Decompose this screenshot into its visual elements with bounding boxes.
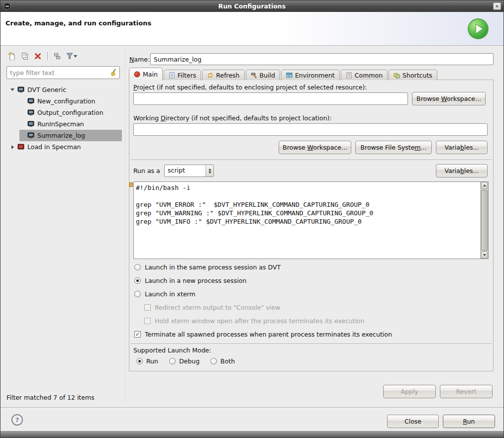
filter-status-text: Filter matched 7 of 12 items: [6, 394, 95, 401]
help-icon: ?: [15, 416, 19, 424]
footer-separator: [0, 407, 504, 408]
tab-bar: Main Filters Refresh Build Environment C…: [129, 68, 438, 80]
script-scrollbar[interactable]: [480, 182, 488, 259]
variables-button-script[interactable]: Variables...: [436, 164, 488, 177]
filter-field-wrapper: [6, 66, 120, 79]
run-as-label: Run as a: [133, 167, 160, 175]
build-tab-icon: [251, 72, 257, 79]
delete-configuration-button[interactable]: [32, 51, 43, 62]
toolbar-separator: [47, 52, 48, 60]
section-separator: [131, 344, 492, 345]
run-as-combo[interactable]: script: [164, 165, 214, 177]
run-configurations-dialog: Run Configurations ✕ Create, manage, and…: [0, 0, 504, 438]
radio-icon: [134, 264, 141, 270]
working-directory-label: Working Directory (if not specified, def…: [133, 114, 332, 122]
radio-launch-same-session[interactable]: Launch in the same process session as DV…: [134, 263, 281, 271]
duplicate-configuration-button[interactable]: [19, 51, 30, 62]
launch-mode-options: Run Debug Both: [136, 357, 235, 365]
expander-closed-icon[interactable]: [8, 143, 16, 151]
section-separator: [131, 160, 492, 161]
help-button[interactable]: ?: [11, 414, 23, 426]
radio-mode-both[interactable]: Both: [210, 357, 235, 365]
name-input[interactable]: [150, 53, 494, 65]
window-title: Run Configurations: [0, 2, 504, 10]
close-button[interactable]: Close: [387, 415, 439, 428]
filters-tab-icon: [169, 72, 175, 79]
specman-config-icon: [17, 144, 24, 150]
environment-tab-icon: [286, 72, 293, 79]
radio-mode-debug[interactable]: Debug: [169, 357, 200, 365]
shortcuts-tab-icon: [394, 72, 400, 79]
combo-spinner-icon[interactable]: [205, 165, 213, 176]
scroll-down-button[interactable]: [481, 252, 488, 259]
scroll-up-button[interactable]: [481, 182, 488, 189]
run-button[interactable]: Run: [443, 415, 495, 428]
script-editor[interactable]: #!/bin/bash -i grep "UVM_ERROR :" $DVT_H…: [133, 181, 489, 259]
browse-file-system-button[interactable]: Browse File System...: [355, 141, 432, 154]
revert-button: Revert: [440, 385, 493, 398]
tree-item-dvt-generic[interactable]: DVT Generic: [5, 84, 122, 95]
tab-build[interactable]: Build: [246, 70, 280, 80]
checkbox-redirect-xterm-output: Redirect xterm output to "Console" view: [144, 303, 280, 311]
tree-item-new-configuration[interactable]: New_configuration: [5, 95, 122, 107]
apply-button: Apply: [383, 385, 436, 398]
clear-filter-icon[interactable]: [110, 69, 118, 78]
config-icon: [27, 121, 34, 127]
refresh-tab-icon: [207, 72, 213, 79]
radio-checked-icon: [134, 277, 141, 284]
collapse-all-button[interactable]: [52, 51, 63, 62]
tab-main[interactable]: Main: [129, 68, 163, 80]
checkbox-hold-xterm-open: Hold xterm window open after the process…: [144, 317, 365, 325]
tab-common[interactable]: Common: [341, 70, 388, 80]
new-configuration-button[interactable]: [6, 51, 17, 62]
tab-shortcuts[interactable]: Shortcuts: [389, 70, 437, 80]
browse-workspace-button-workdir[interactable]: Browse Workspace...: [279, 141, 351, 154]
project-label: Project (if not specified, defaults to e…: [133, 84, 367, 91]
tree-item-load-in-specman[interactable]: Load in Specman: [5, 141, 122, 153]
config-icon: [27, 109, 34, 116]
checkbox-checked-icon: ✓: [134, 331, 141, 338]
filter-input[interactable]: [6, 66, 120, 79]
checkbox-terminate-spawned[interactable]: ✓ Terminate all spawned processes when p…: [134, 330, 392, 338]
tab-environment[interactable]: Environment: [281, 70, 340, 80]
config-icon: [27, 98, 34, 104]
run-banner-icon: [467, 17, 490, 42]
dialog-subtitle: Create, manage, and run configurations: [5, 19, 151, 27]
tree-item-runinspecman[interactable]: RunInSpecman: [5, 118, 122, 130]
radio-launch-new-session[interactable]: Launch in a new process session: [134, 276, 246, 284]
common-tab-icon: [346, 72, 352, 79]
titlebar[interactable]: Run Configurations ✕: [0, 0, 504, 12]
main-tab-icon: [134, 71, 140, 78]
browse-workspace-button-project[interactable]: Browse Workspace...: [412, 92, 486, 105]
radio-mode-run[interactable]: Run: [136, 357, 158, 365]
config-type-icon: [17, 87, 24, 93]
expander-open-icon[interactable]: [8, 86, 16, 94]
radio-icon: [134, 291, 141, 297]
filter-icon: [66, 52, 78, 60]
window-close-button[interactable]: ✕: [493, 2, 501, 10]
script-text[interactable]: #!/bin/bash -i grep "UVM_ERROR :" $DVT_H…: [136, 183, 479, 258]
variables-button-workdir[interactable]: Variables...: [436, 141, 488, 154]
tree-item-summarize-log[interactable]: Summarize_log: [5, 130, 122, 141]
panel-sash[interactable]: [125, 48, 125, 403]
config-icon: [27, 132, 34, 139]
radio-icon: [210, 358, 217, 364]
radio-icon: [169, 358, 176, 364]
radio-checked-icon: [136, 358, 143, 364]
run-as-value: script: [165, 165, 205, 176]
delete-icon: [34, 52, 42, 60]
scroll-thumb[interactable]: [481, 190, 488, 251]
name-label: Name:: [129, 56, 150, 63]
tree-item-output-configuration[interactable]: Output_configuration: [5, 107, 122, 118]
project-input[interactable]: [133, 92, 408, 105]
tree-item-label: DVT Generic: [27, 86, 66, 93]
tab-filters[interactable]: Filters: [164, 70, 201, 80]
radio-launch-xterm[interactable]: Launch in xterm: [134, 290, 196, 298]
tab-refresh[interactable]: Refresh: [202, 70, 244, 80]
checkbox-icon: [144, 318, 151, 324]
configurations-toolbar: [6, 50, 80, 62]
duplicate-icon: [21, 52, 29, 60]
working-directory-input[interactable]: [133, 123, 488, 136]
tree-item-label: Load in Specman: [27, 143, 81, 151]
filter-options-button[interactable]: [65, 51, 80, 62]
